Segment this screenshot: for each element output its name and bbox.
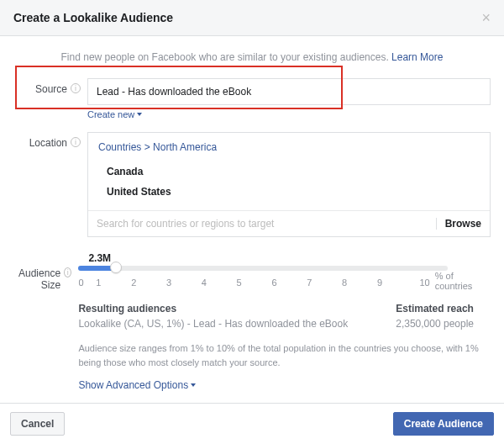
- location-box: Countries > North America Canada United …: [87, 132, 491, 237]
- size-slider[interactable]: [78, 266, 448, 271]
- cancel-button[interactable]: Cancel: [10, 412, 65, 436]
- divider: [436, 218, 437, 230]
- breadcrumb-leaf[interactable]: North America: [153, 141, 217, 153]
- lookalike-modal: Create a Lookalike Audience × Find new p…: [0, 0, 504, 444]
- advanced-options-toggle[interactable]: Show Advanced Options: [78, 379, 196, 391]
- tick: 5: [237, 278, 272, 288]
- advanced-options-label: Show Advanced Options: [78, 379, 188, 391]
- tick: 8: [342, 278, 377, 288]
- create-new-label: Create new: [87, 109, 134, 119]
- chevron-down-icon: [137, 113, 142, 116]
- create-new-dropdown[interactable]: Create new: [87, 109, 142, 119]
- results-name: Lookalike (CA, US, 1%) - Lead - Has down…: [78, 318, 348, 330]
- modal-header: Create a Lookalike Audience ×: [0, 0, 504, 36]
- audience-size-row: Audience Size i 2.3M 0 1 2: [13, 249, 491, 391]
- source-label: Source i: [13, 78, 87, 120]
- location-item[interactable]: Canada: [98, 161, 480, 182]
- modal-body: Find new people on Facebook who are simi…: [0, 36, 504, 403]
- tick: 1: [96, 278, 131, 288]
- size-disclaimer: Audience size ranges from 1% to 10% of t…: [78, 341, 491, 369]
- results-heading: Resulting audiences: [78, 303, 348, 314]
- ticks-suffix: % of countries: [435, 271, 491, 291]
- source-row: Source i Create new: [13, 78, 491, 120]
- help-icon[interactable]: i: [64, 267, 71, 278]
- reach-value: 2,350,000 people: [396, 318, 474, 330]
- tick: 0: [78, 278, 96, 288]
- close-icon[interactable]: ×: [481, 10, 491, 25]
- tick: 4: [202, 278, 237, 288]
- intro-text: Find new people on Facebook who are simi…: [13, 51, 491, 63]
- location-item[interactable]: United States: [98, 182, 480, 202]
- breadcrumb-sep: >: [141, 141, 153, 153]
- results-row: Resulting audiences Lookalike (CA, US, 1…: [78, 303, 491, 330]
- modal-title: Create a Lookalike Audience: [13, 11, 173, 24]
- create-audience-button[interactable]: Create Audience: [393, 412, 494, 436]
- size-label-text: Audience Size: [18, 267, 60, 291]
- size-label: Audience Size i: [13, 249, 78, 391]
- reach-heading: Estimated reach: [396, 303, 474, 314]
- slider-ticks: 0 1 2 3 4 5 6 7 8 9 10: [78, 278, 429, 288]
- breadcrumb-root[interactable]: Countries: [98, 141, 141, 153]
- location-label: Location i: [13, 132, 87, 237]
- help-icon[interactable]: i: [71, 83, 81, 93]
- help-icon[interactable]: i: [71, 137, 81, 147]
- location-row: Location i Countries > North America Can…: [13, 132, 491, 237]
- location-search-input[interactable]: [97, 218, 436, 230]
- source-label-text: Source: [35, 83, 67, 95]
- chevron-down-icon: [191, 383, 196, 387]
- location-search-bar: Browse: [88, 210, 490, 236]
- location-label-text: Location: [29, 137, 67, 149]
- tick: 7: [307, 278, 342, 288]
- size-value: 2.3M: [88, 252, 491, 264]
- browse-link[interactable]: Browse: [445, 218, 481, 230]
- tick: 2: [131, 278, 166, 288]
- intro-plain: Find new people on Facebook who are simi…: [61, 51, 392, 63]
- modal-footer: Cancel Create Audience: [0, 403, 504, 444]
- tick: 9: [377, 278, 412, 288]
- tick: 6: [271, 278, 307, 288]
- tick: 3: [166, 278, 202, 288]
- learn-more-link[interactable]: Learn More: [391, 51, 443, 63]
- source-input[interactable]: [87, 78, 491, 105]
- tick: 10: [412, 278, 430, 288]
